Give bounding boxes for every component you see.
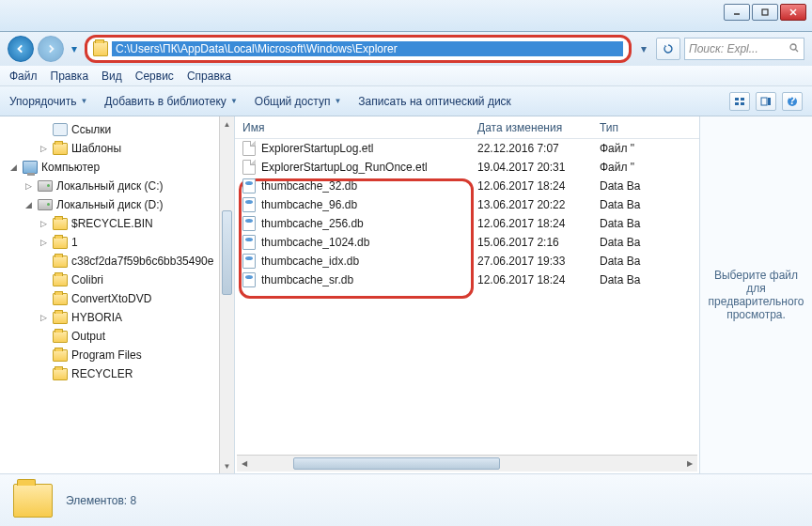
close-button[interactable] xyxy=(780,4,806,21)
file-icon xyxy=(242,160,256,175)
file-date: 12.06.2017 18:24 xyxy=(470,179,592,193)
file-row[interactable]: ExplorerStartupLog.etl22.12.2016 7:07Фай… xyxy=(235,139,699,158)
tree-item[interactable]: Program Files xyxy=(0,346,234,364)
back-button[interactable] xyxy=(8,36,34,62)
address-bar[interactable]: C:\Users\ПК\AppData\Local\Microsoft\Wind… xyxy=(112,41,623,56)
preview-pane-toggle-icon[interactable] xyxy=(756,92,776,111)
file-row[interactable]: thumbcache_1024.db15.06.2017 2:16Data Ba xyxy=(235,233,699,252)
tree-item[interactable]: ◢Компьютер xyxy=(0,158,234,177)
tree-item[interactable]: c38cf2da7f59b6c6bb35490e xyxy=(0,252,234,271)
file-date: 27.06.2017 19:33 xyxy=(470,255,592,268)
titlebar[interactable] xyxy=(0,0,812,32)
toolbar-organize[interactable]: Упорядочить▼ xyxy=(9,95,87,108)
refresh-button[interactable] xyxy=(656,38,680,60)
toolbar-add-library[interactable]: Добавить в библиотеку▼ xyxy=(104,95,237,108)
tree-item[interactable]: ◢Локальный диск (D:) xyxy=(0,195,234,214)
file-list: Имя Дата изменения Тип ExplorerStartupLo… xyxy=(235,116,699,473)
hscroll-thumb[interactable] xyxy=(293,457,500,470)
folder-tree[interactable]: Ссылки▷Шаблоны◢Компьютер▷Локальный диск … xyxy=(0,116,235,473)
toolbar-share[interactable]: Общий доступ▼ xyxy=(255,95,342,108)
file-date: 22.12.2016 7:07 xyxy=(470,142,592,155)
svg-line-5 xyxy=(796,49,799,52)
search-placeholder: Поиск: Expl... xyxy=(689,42,785,55)
tree-scrollbar[interactable]: ▲ ▼ xyxy=(219,116,234,473)
help-icon[interactable]: ? xyxy=(782,92,803,111)
tree-twist-icon[interactable]: ◢ xyxy=(23,200,34,209)
scroll-thumb[interactable] xyxy=(222,210,232,295)
file-row[interactable]: ExplorerStartupLog_RunOnce.etl19.04.2017… xyxy=(235,158,699,177)
database-file-icon xyxy=(242,216,256,231)
svg-rect-7 xyxy=(741,98,744,101)
tree-item[interactable]: ▷HYBORIA xyxy=(0,308,234,327)
folder-icon xyxy=(53,237,68,249)
scroll-down-icon[interactable]: ▼ xyxy=(220,458,234,473)
tree-twist-icon[interactable]: ▷ xyxy=(38,144,49,153)
file-row[interactable]: thumbcache_256.db12.06.2017 18:24Data Ba xyxy=(235,214,699,233)
file-date: 12.06.2017 18:24 xyxy=(470,217,592,230)
history-dropdown[interactable]: ▾ xyxy=(68,36,81,62)
tree-item[interactable]: ▷Шаблоны xyxy=(0,139,234,158)
folder-icon xyxy=(53,218,68,230)
comp-icon xyxy=(23,161,38,174)
scroll-left-icon[interactable]: ◀ xyxy=(237,456,252,472)
menu-help[interactable]: Справка xyxy=(187,70,231,83)
tree-label: 1 xyxy=(71,236,78,249)
database-file-icon xyxy=(242,254,256,269)
file-type: Data Ba xyxy=(592,217,658,230)
column-type[interactable]: Тип xyxy=(592,121,658,134)
folder-icon xyxy=(53,293,68,305)
tree-item[interactable]: ▷1 xyxy=(0,233,234,252)
forward-button[interactable] xyxy=(38,36,64,62)
column-date[interactable]: Дата изменения xyxy=(470,121,592,134)
file-date: 15.06.2017 2:16 xyxy=(470,236,592,249)
file-date: 12.06.2017 18:24 xyxy=(470,273,592,286)
toolbar-burn[interactable]: Записать на оптический диск xyxy=(358,95,511,108)
folder-icon xyxy=(93,41,108,56)
tree-label: Output xyxy=(71,330,105,343)
menu-edit[interactable]: Правка xyxy=(51,70,89,83)
tree-label: Локальный диск (C:) xyxy=(56,179,164,193)
svg-rect-1 xyxy=(762,9,768,15)
search-box[interactable]: Поиск: Expl... xyxy=(684,38,804,60)
column-name[interactable]: Имя xyxy=(235,121,470,134)
file-hscrollbar[interactable]: ◀ ▶ xyxy=(237,455,697,472)
tree-twist-icon[interactable]: ▷ xyxy=(38,238,49,247)
menu-view[interactable]: Вид xyxy=(102,70,122,83)
file-type: Data Ba xyxy=(592,273,658,286)
file-row[interactable]: thumbcache_96.db13.06.2017 20:22Data Ba xyxy=(235,195,699,214)
minimize-button[interactable] xyxy=(724,4,750,21)
address-bar-highlight: C:\Users\ПК\AppData\Local\Microsoft\Wind… xyxy=(85,35,632,63)
address-dropdown[interactable]: ▾ xyxy=(635,42,652,55)
file-name: thumbcache_96.db xyxy=(261,198,357,211)
maximize-button[interactable] xyxy=(752,4,778,21)
scroll-up-icon[interactable]: ▲ xyxy=(220,116,234,132)
tree-twist-icon[interactable]: ▷ xyxy=(23,181,34,191)
scroll-right-icon[interactable]: ▶ xyxy=(682,456,697,472)
tree-item[interactable]: Output xyxy=(0,327,234,346)
tree-item[interactable]: ▷$RECYCLE.BIN xyxy=(0,214,234,233)
tree-item[interactable]: RECYCLER xyxy=(0,364,234,383)
file-row[interactable]: thumbcache_32.db12.06.2017 18:24Data Ba xyxy=(235,177,699,195)
file-icon xyxy=(242,141,256,156)
tree-label: Program Files xyxy=(71,348,142,362)
menu-tools[interactable]: Сервис xyxy=(135,70,174,83)
folder-icon xyxy=(53,274,68,286)
menu-file[interactable]: Файл xyxy=(9,70,38,83)
file-type: Data Ba xyxy=(592,198,658,211)
tree-item[interactable]: ▷Локальный диск (C:) xyxy=(0,177,234,195)
file-row[interactable]: thumbcache_idx.db27.06.2017 19:33Data Ba xyxy=(235,252,699,271)
svg-rect-8 xyxy=(735,102,739,105)
tree-twist-icon[interactable]: ◢ xyxy=(8,162,19,172)
view-options-icon[interactable] xyxy=(729,92,750,111)
nav-row: ▾ C:\Users\ПК\AppData\Local\Microsoft\Wi… xyxy=(0,32,812,66)
tree-label: Colibri xyxy=(71,273,103,286)
tree-item[interactable]: Colibri xyxy=(0,271,234,289)
tree-twist-icon[interactable]: ▷ xyxy=(38,313,49,322)
tree-item[interactable]: ConvertXtoDVD xyxy=(0,289,234,308)
file-row[interactable]: thumbcache_sr.db12.06.2017 18:24Data Ba xyxy=(235,271,699,289)
search-icon xyxy=(789,42,800,56)
tree-item[interactable]: Ссылки xyxy=(0,120,234,139)
file-rows[interactable]: ExplorerStartupLog.etl22.12.2016 7:07Фай… xyxy=(235,139,699,455)
folder-icon xyxy=(53,349,68,362)
tree-twist-icon[interactable]: ▷ xyxy=(38,219,49,228)
